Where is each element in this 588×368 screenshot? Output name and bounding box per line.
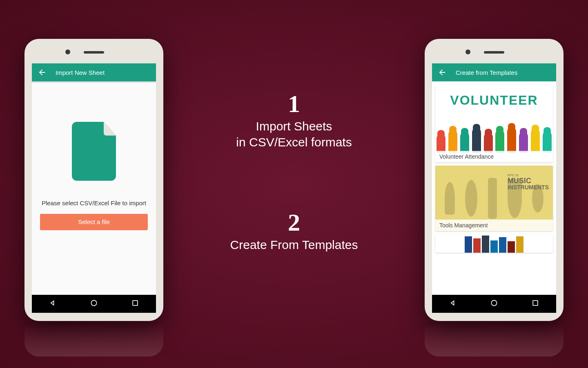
nav-home-icon[interactable] [490,299,498,309]
step-number: 2 [230,209,358,237]
phone-mockup-right: Create from Templates VOLUNTEER [425,39,564,321]
phone-speaker [484,51,504,54]
app-bar: Create from Templates [432,63,556,81]
books-graphic [435,234,553,253]
back-arrow-icon[interactable] [38,68,47,77]
svg-rect-3 [533,301,538,305]
app-bar-title: Import New Sheet [56,69,105,76]
svg-point-2 [491,300,497,305]
feature-step-1: 1 Import Sheets in CSV/Excel formats [236,90,352,150]
phone-speaker [84,51,104,54]
feature-step-2: 2 Create From Templates [230,209,358,253]
select-file-button[interactable]: Select a file [40,214,148,230]
template-card-tools[interactable]: EPS 10 MUSIC INSTRUMENTS Tools Managemen… [435,166,553,231]
phone-screen-import: Import New Sheet Please select CSV/Excel… [32,63,156,313]
android-nav-bar [32,295,156,313]
app-bar-title: Create from Templates [456,69,517,76]
phone-camera [65,49,70,54]
nav-home-icon[interactable] [90,299,98,309]
import-body: Please select CSV/Excel File to import S… [32,81,156,270]
nav-recent-icon[interactable] [531,299,539,309]
android-nav-bar [432,295,556,313]
phone-camera [466,49,470,54]
app-bar: Import New Sheet [32,63,156,81]
svg-rect-1 [133,301,138,305]
phone-reflection [24,324,163,357]
nav-recent-icon[interactable] [131,299,139,309]
template-label: Tools Management [435,220,553,231]
nav-back-icon[interactable] [449,299,457,309]
templates-list[interactable]: VOLUNTEER [432,81,556,295]
phone-mockup-left: Import New Sheet Please select CSV/Excel… [24,39,163,321]
template-card-partial[interactable] [435,234,553,253]
template-label: Volunteer Attendance [435,151,553,162]
phone-reflection [425,324,564,357]
step-caption: Import Sheets in CSV/Excel formats [236,118,352,150]
template-card-volunteer[interactable]: VOLUNTEER [435,85,553,162]
nav-back-icon[interactable] [49,299,57,309]
music-heading: EPS 10 MUSIC INSTRUMENTS [508,174,549,190]
instruction-text: Please select CSV/Excel File to import [42,200,146,206]
back-arrow-icon[interactable] [438,68,447,77]
volunteer-heading: VOLUNTEER [435,93,553,108]
step-number: 1 [236,90,352,118]
file-icon [69,122,118,183]
phone-screen-templates: Create from Templates VOLUNTEER [432,63,556,313]
svg-point-0 [91,300,96,305]
step-caption: Create From Templates [230,237,358,253]
